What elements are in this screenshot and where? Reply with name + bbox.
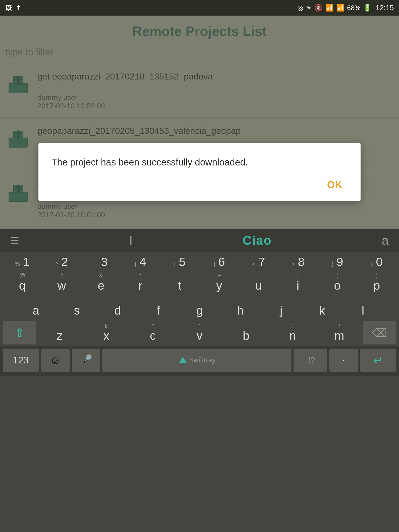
key-z[interactable]: - z [36,321,83,345]
key-h[interactable]: h [220,296,261,320]
wifi-icon: 📶 [325,4,334,12]
key-0-sub: } [371,261,373,267]
key-j[interactable]: j [261,296,302,320]
key-y[interactable]: + y [200,271,239,295]
numbers-mode-key[interactable]: 123 [3,349,39,372]
key-m[interactable]: / m [316,321,363,345]
keyboard-top-bar: ☰ I Ciao a [0,229,399,252]
key-3[interactable]: ~ 3 [81,255,121,269]
key-7-sub: < [252,261,255,267]
key-6-main: 6 [218,255,225,269]
key-q[interactable]: @ q [3,271,42,295]
comma-key[interactable]: · [329,349,358,372]
key-8-main: 8 [298,255,305,269]
key-1-main: 1 [23,255,30,269]
key-l[interactable]: l [343,296,383,320]
key-t[interactable]: - t [160,271,200,295]
keyboard-brand: Ciao [243,233,272,248]
key-w[interactable]: # w [42,271,82,295]
keyboard-number-row: % 1 ^ 2 ~ 3 | 4 [ 5 ] 6 < 7 > 8 [0,252,399,271]
key-5-sub: [ [174,261,176,267]
shift-key[interactable]: ⇧ [3,321,36,344]
status-bar: 🖼 ⬆ ◎ ✴ 🔇 📶 📶 68% 🔋 12:15 [0,0,399,16]
cursor-left-key[interactable]: I [129,233,132,248]
key-a[interactable]: a [16,296,56,320]
swiftkey-logo: SwiftKey [178,356,215,365]
key-p[interactable]: ) p [357,271,396,295]
key-e[interactable]: & e [81,271,121,295]
emoji-key[interactable]: ☺ [41,349,70,372]
key-1[interactable]: % 1 [3,255,42,269]
photo-icon: 🖼 [5,4,12,12]
key-f[interactable]: f [138,296,179,320]
cloud-icon: ⬆ [16,4,21,12]
battery-icon: 🔋 [363,4,371,12]
bluetooth-icon: ✴ [306,4,312,12]
status-time: 12:15 [376,4,394,12]
key-4[interactable]: | 4 [121,255,160,269]
key-k[interactable]: k [302,296,342,320]
key-d[interactable]: d [97,296,138,320]
key-4-sub: | [135,261,136,267]
keyboard-func-row: 123 ☺ 🎤 SwiftKey ,!? · ↵ [0,346,399,376]
svg-marker-16 [179,357,187,363]
ok-button[interactable]: OK [322,177,348,193]
status-bar-left-icons: 🖼 ⬆ [5,4,21,12]
key-v[interactable]: ' v [176,321,223,345]
key-0-main: 0 [376,255,383,269]
key-9[interactable]: { 9 [318,255,357,269]
key-i[interactable]: = i [278,271,318,295]
battery-percentage: 68% [347,4,361,12]
key-5-main: 5 [179,255,186,269]
space-key[interactable]: SwiftKey [102,349,291,372]
key-b[interactable]: : b [223,321,269,345]
key-n[interactable]: ; n [269,321,316,345]
keyboard-row-3: ⇧ - z £ x " c ' v : b ; n / m ⌫ [0,321,399,345]
key-1-sub: % [15,261,20,267]
key-3-sub: ~ [95,261,98,267]
key-2[interactable]: ^ 2 [42,255,82,269]
success-dialog: The project has been successfully downlo… [38,143,361,201]
keyboard-row-2: a s d f g h j k [0,296,399,320]
key-s[interactable]: s [56,296,97,320]
key-c[interactable]: " c [130,321,176,345]
key-g[interactable]: g [179,296,220,320]
delete-key[interactable]: ⌫ [363,321,396,344]
punctuation-label: ,!? [306,355,315,365]
enter-key[interactable]: ↵ [360,349,396,372]
key-7[interactable]: < 7 [239,255,278,269]
key-6-sub: ] [214,261,215,267]
keyboard-area: ☰ I Ciao a % 1 ^ 2 ~ 3 | 4 [ 5 ] 6 [0,229,399,532]
keyboard-menu-icon[interactable]: ☰ [10,235,19,246]
key-0[interactable]: } 0 [357,255,396,269]
main-content: Remote Projects List get eopaparazzi_201… [0,16,399,229]
mute-icon: 🔇 [314,4,323,12]
key-8[interactable]: > 8 [278,255,318,269]
dialog-message: The project has been successfully downlo… [51,156,348,169]
signal-icon: 📶 [336,4,344,12]
key-u[interactable]: u [239,271,278,295]
key-4-main: 4 [139,255,146,269]
cursor-right-key[interactable]: a [382,233,389,248]
key-r[interactable]: * r [121,271,160,295]
key-2-main: 2 [61,255,68,269]
key-9-main: 9 [337,255,343,269]
key-3-main: 3 [101,255,108,269]
key-5[interactable]: [ 5 [160,255,200,269]
key-8-sub: > [291,261,295,267]
key-7-main: 7 [258,255,265,269]
dialog-actions: OK [51,177,348,193]
punctuation-key[interactable]: ,!? [294,349,327,372]
location-icon: ◎ [297,4,303,12]
key-9-sub: { [331,261,333,267]
key-6[interactable]: ] 6 [200,255,239,269]
key-x[interactable]: £ x [83,321,129,345]
numbers-mode-label: 123 [13,355,29,366]
key-2-sub: ^ [55,261,58,267]
key-o[interactable]: ( o [318,271,357,295]
mic-key[interactable]: 🎤 [72,349,100,372]
keyboard-row-1: @ q # w & e * r - t + y u = i [0,271,399,295]
status-bar-right-icons: ◎ ✴ 🔇 📶 📶 68% 🔋 12:15 [297,4,394,12]
swiftkey-text: SwiftKey [189,356,215,364]
